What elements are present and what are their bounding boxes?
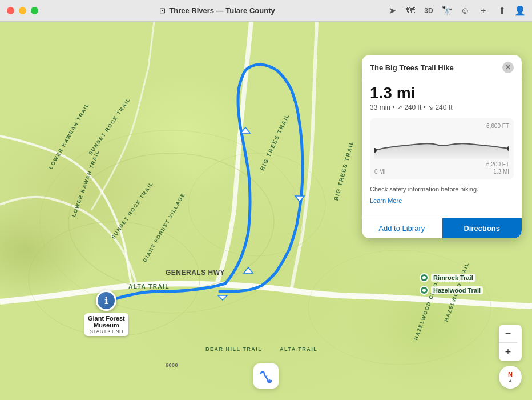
- distance-display: 1.3 mi: [370, 85, 514, 101]
- window-title: Three Rivers — Tulare County: [169, 6, 275, 15]
- title-bar-actions: ➤ 🗺 3D 🔭 ☺ + ⬆ 👤: [387, 6, 525, 16]
- window-controls: [7, 7, 38, 14]
- safety-text: Check safety information before hiking.: [370, 185, 514, 194]
- trail-label-alta-2: ALTA TRAIL: [280, 346, 317, 352]
- svg-point-11: [261, 371, 264, 373]
- elev-dist-end: 1.3 MI: [493, 169, 509, 175]
- face-icon[interactable]: ☺: [460, 6, 470, 16]
- elev-dist-start: 0 MI: [374, 169, 385, 175]
- stats-text: 33 min • ↗ 240 ft • ↘ 240 ft: [370, 103, 452, 111]
- elevation-svg: [374, 130, 509, 159]
- museum-name: Giant Forest: [88, 315, 125, 322]
- minimize-button[interactable]: [19, 7, 26, 14]
- map-container[interactable]: BIG TREES TRAIL BIG TREES TRAIL GENERALS…: [0, 22, 532, 400]
- title-bar-center: ⊡ Three Rivers — Tulare County: [47, 6, 387, 15]
- zoom-controls: − +: [499, 325, 522, 361]
- hazelwood-label: Hazelwood Trail: [431, 286, 483, 294]
- road-label-generals-hwy: GENERALS HWY: [166, 269, 225, 277]
- zoom-out-button[interactable]: −: [499, 325, 517, 343]
- rimrock-dot: [420, 273, 429, 282]
- route-icon-button[interactable]: [253, 363, 279, 389]
- window-title-icon: ⊡: [159, 6, 166, 15]
- museum-icon[interactable]: ℹ: [96, 290, 116, 311]
- svg-marker-7: [244, 267, 253, 273]
- elev-high-label: 6,600 FT: [486, 123, 509, 129]
- route-svg: [259, 369, 273, 383]
- svg-marker-8: [218, 295, 227, 300]
- hazelwood-trail-marker[interactable]: Hazelwood Trail: [420, 286, 483, 295]
- zoom-in-button[interactable]: +: [499, 343, 517, 361]
- location-icon[interactable]: ➤: [387, 6, 397, 16]
- panel-header: The Big Trees Trail Hike ✕: [362, 55, 522, 78]
- panel-close-button[interactable]: ✕: [502, 62, 514, 73]
- svg-point-12: [268, 379, 271, 382]
- elev-labels-top: 6,600 FT: [374, 123, 509, 129]
- elev-low-label: 6,200 FT: [486, 161, 509, 167]
- map-controls: − + N ▲: [499, 325, 522, 389]
- learn-more-link[interactable]: Learn More: [370, 197, 402, 204]
- threed-button[interactable]: 3D: [424, 6, 434, 16]
- account-icon[interactable]: 👤: [515, 6, 525, 16]
- svg-marker-6: [295, 196, 304, 202]
- panel-body: 1.3 mi 33 min • ↗ 240 ft • ↘ 240 ft 6,60…: [362, 78, 522, 212]
- panel-title: The Big Trees Trail Hike: [370, 63, 454, 72]
- museum-marker[interactable]: ℹ Giant Forest Museum START • END: [84, 290, 128, 336]
- hazelwood-dot: [420, 286, 429, 295]
- close-button[interactable]: [7, 7, 14, 14]
- stats-row: 33 min • ↗ 240 ft • ↘ 240 ft: [370, 103, 514, 111]
- compass-n-label: N: [508, 371, 513, 378]
- compass-button[interactable]: N ▲: [499, 366, 522, 389]
- museum-sub: START • END: [88, 329, 125, 334]
- elevation-chart: 6,600 FT: [370, 118, 514, 179]
- info-panel: The Big Trees Trail Hike ✕ 1.3 mi 33 min…: [362, 55, 522, 238]
- map-icon[interactable]: 🗺: [405, 6, 416, 16]
- rimrock-label: Rimrock Trail: [431, 274, 475, 282]
- panel-footer: Add to Library Directions: [362, 218, 522, 238]
- museum-label: Giant Forest Museum START • END: [84, 313, 128, 336]
- trail-label-bear-hill: BEAR HILL TRAIL: [205, 346, 262, 352]
- elev-labels-bottom-ft: 6,200 FT: [374, 161, 509, 167]
- add-to-library-button[interactable]: Add to Library: [362, 218, 442, 238]
- compass-s-label: ▲: [508, 378, 513, 383]
- trail-label-alta-1: ALTA TRAIL: [128, 283, 170, 290]
- title-bar: ⊡ Three Rivers — Tulare County ➤ 🗺 3D 🔭 …: [0, 0, 532, 22]
- binoculars-icon[interactable]: 🔭: [442, 6, 452, 16]
- museum-name-2: Museum: [88, 322, 125, 329]
- directions-button[interactable]: Directions: [442, 218, 522, 238]
- add-icon[interactable]: +: [478, 6, 489, 16]
- maximize-button[interactable]: [31, 7, 38, 14]
- rimrock-trail-marker[interactable]: Rimrock Trail: [420, 273, 475, 282]
- share-icon[interactable]: ⬆: [497, 6, 507, 16]
- elev-bottom-labels: 0 MI 1.3 MI: [374, 169, 509, 175]
- road-label-6600: 6600: [166, 362, 178, 368]
